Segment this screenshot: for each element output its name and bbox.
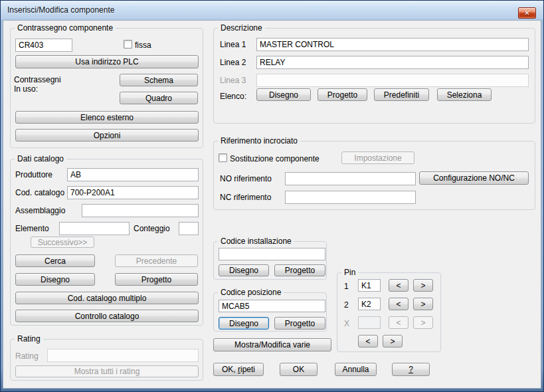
ok-ripeti-post: ipeti	[240, 365, 255, 374]
opzioni-button[interactable]: Opzioni	[15, 129, 199, 142]
produttore-label: Produttore	[15, 170, 52, 179]
linea2-label: Linea 2	[220, 58, 246, 67]
elenco-label: Elenco:	[220, 92, 246, 101]
linea1-input[interactable]	[256, 38, 529, 51]
precedente-button[interactable]: Precedente	[115, 254, 198, 267]
assemblaggio-label: Assemblaggio	[15, 206, 65, 215]
impostazione-button[interactable]: Impostazione	[341, 151, 414, 164]
pinx-number-label: X	[344, 319, 349, 328]
posizione-progetto-button[interactable]: Progetto	[274, 317, 325, 330]
group-label-dati-catalogo: Dati catalogo	[15, 154, 66, 164]
dialog-window: Inserisci/Modifica componente ✕ Contrass…	[0, 0, 544, 392]
group-label-codice-posizione: Codice posizione	[218, 288, 284, 298]
linea1-label: Linea 1	[220, 40, 246, 49]
group-label-rating: Rating	[15, 334, 43, 344]
rating-field-label: Rating	[15, 351, 39, 361]
ok-button[interactable]: OK	[280, 363, 317, 376]
predefiniti-button[interactable]: Predefiniti	[374, 88, 429, 101]
group-label-descrizione: Descrizione	[218, 23, 265, 33]
quadro-button[interactable]: Quadro	[120, 92, 198, 104]
ok-ripeti-pre: OK,	[222, 365, 238, 374]
pinx-input[interactable]	[358, 316, 381, 329]
pin2-right-button[interactable]: >	[413, 298, 433, 310]
configurazione-no-nc-button[interactable]: Configurazione NO/NC	[419, 171, 529, 185]
component-tag-input[interactable]	[15, 39, 72, 52]
window-title: Inserisci/Modifica componente	[7, 5, 114, 15]
pin2-number-label: 2	[344, 300, 349, 310]
fissa-label: fissa	[135, 41, 151, 50]
contrassegni-in-uso-label: Contrassegni In uso:	[14, 75, 61, 94]
fissa-checkbox[interactable]	[124, 40, 132, 49]
codice-installazione-input[interactable]	[219, 248, 325, 260]
close-button[interactable]: ✕	[518, 7, 536, 19]
cod-catalogo-label: Cod. catalogo	[15, 188, 64, 197]
linea3-label: Linea 3	[220, 76, 246, 85]
elemento-input[interactable]	[59, 222, 130, 235]
linea2-input[interactable]	[256, 56, 529, 69]
cod-catalogo-multiplo-button[interactable]: Cod. catalogo multiplo	[15, 292, 199, 304]
annulla-button[interactable]: Annulla	[335, 363, 377, 376]
group-label-contrassegno: Contrassegno componente	[15, 23, 116, 33]
linea3-input[interactable]	[256, 74, 529, 87]
ok-ripeti-button[interactable]: OK, ripeti	[213, 363, 264, 376]
installazione-disegno-button[interactable]: Disegno	[219, 264, 269, 276]
controllo-catalogo-button[interactable]: Controllo catalogo	[15, 310, 199, 322]
successivo-button[interactable]: Successivo>>	[31, 237, 94, 248]
pin1-right-button[interactable]: >	[413, 279, 433, 292]
group-label-riferimento: Riferimento incrociato	[218, 136, 300, 146]
usa-indirizzo-plc-button[interactable]: Usa indirizzo PLC	[15, 55, 199, 68]
nc-riferimento-input[interactable]	[285, 191, 416, 204]
elemento-label: Elemento	[15, 224, 49, 233]
pin2-input[interactable]	[358, 298, 381, 310]
catalog-disegno-button[interactable]: Disegno	[15, 273, 95, 286]
descrizione-progetto-button[interactable]: Progetto	[317, 88, 367, 101]
posizione-disegno-button[interactable]: Disegno	[219, 317, 269, 330]
cod-catalogo-input[interactable]	[67, 186, 199, 199]
mostra-tutti-rating-button[interactable]: Mostra tutti i rating	[15, 365, 199, 377]
installazione-progetto-button[interactable]: Progetto	[274, 264, 325, 276]
group-label-codice-installazione: Codice installazione	[218, 237, 294, 246]
sostituzione-componente-checkbox[interactable]	[219, 153, 227, 162]
conteggio-input[interactable]	[179, 222, 199, 235]
pinx-left-button[interactable]: <	[389, 316, 408, 329]
assemblaggio-input[interactable]	[82, 204, 199, 217]
sostituzione-componente-label: Sostituzione componente	[230, 154, 319, 163]
pin2-left-button[interactable]: <	[389, 298, 408, 310]
conteggio-label: Conteggio	[134, 224, 170, 233]
help-button[interactable]: ?	[392, 363, 430, 376]
pin1-input[interactable]	[358, 279, 381, 292]
rating-input[interactable]	[47, 349, 199, 362]
schema-button[interactable]: Schema	[120, 74, 198, 86]
cerca-button[interactable]: Cerca	[15, 254, 95, 267]
seleziona-button[interactable]: Seleziona	[437, 88, 492, 101]
catalog-progetto-button[interactable]: Progetto	[115, 273, 198, 286]
no-riferimento-label: NO riferimento	[220, 174, 272, 183]
pin-list-left-button[interactable]: <	[358, 335, 378, 347]
nc-riferimento-label: NC riferimento	[220, 193, 271, 202]
elenco-esterno-button[interactable]: Elenco esterno	[15, 111, 199, 124]
mostra-modifica-varie-button[interactable]: Mostra/Modifica varie	[213, 338, 331, 351]
descrizione-disegno-button[interactable]: Disegno	[256, 88, 311, 101]
pin1-number-label: 1	[344, 282, 349, 291]
codice-posizione-input[interactable]	[219, 300, 325, 312]
group-label-pin: Pin	[341, 268, 358, 278]
pin-list-right-button[interactable]: >	[383, 335, 403, 347]
no-riferimento-input[interactable]	[285, 172, 416, 185]
help-button-label: ?	[408, 365, 413, 374]
produttore-input[interactable]	[67, 168, 199, 181]
close-icon: ✕	[524, 10, 529, 17]
pin1-left-button[interactable]: <	[389, 279, 408, 292]
pinx-right-button[interactable]: >	[413, 316, 433, 329]
